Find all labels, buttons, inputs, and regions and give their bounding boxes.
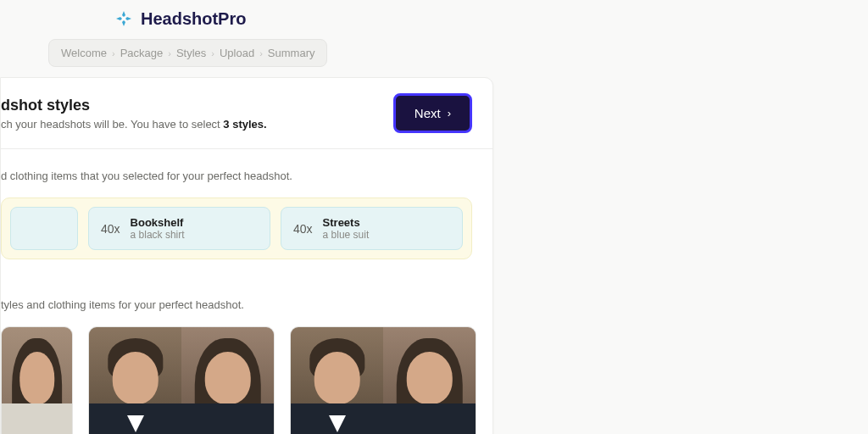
chevron-right-icon: › bbox=[259, 48, 263, 58]
style-name: Streets bbox=[323, 216, 370, 229]
breadcrumb-item[interactable]: Upload bbox=[220, 47, 254, 59]
page-header: HeadshotPro Welcome › Package › Styles ›… bbox=[0, 0, 868, 74]
next-button[interactable]: Next › bbox=[393, 93, 472, 133]
chevron-right-icon: › bbox=[168, 48, 171, 58]
logo[interactable]: HeadshotPro bbox=[48, 8, 820, 29]
style-option[interactable]: MOST POPULAR bbox=[88, 326, 275, 434]
selected-style-chip[interactable] bbox=[10, 207, 78, 250]
style-count: 40x bbox=[293, 222, 313, 236]
available-desc: tyles and clothing items for your perfec… bbox=[1, 298, 472, 311]
svg-point-0 bbox=[122, 17, 125, 20]
logo-text: HeadshotPro bbox=[141, 9, 246, 29]
chevron-right-icon: › bbox=[211, 48, 214, 58]
selected-style-chip[interactable]: 40x Bookshelf a black shirt bbox=[88, 207, 270, 250]
page-subtitle: ch your headshots will be. You have to s… bbox=[1, 118, 267, 131]
style-option[interactable]: MOST POPULAR bbox=[290, 326, 476, 434]
next-button-label: Next bbox=[415, 106, 441, 120]
portrait-image bbox=[2, 327, 72, 434]
portrait-image bbox=[291, 327, 476, 434]
style-count: 40x bbox=[101, 222, 120, 236]
style-clothing: a blue suit bbox=[323, 229, 370, 241]
style-name: Bookshelf bbox=[131, 216, 185, 229]
breadcrumb-item[interactable]: Welcome bbox=[61, 47, 107, 59]
subtitle-text: ch your headshots will be. You have to s… bbox=[1, 118, 223, 131]
style-meta: Bookshelf a black shirt bbox=[131, 216, 185, 241]
subtitle-bold: 3 styles. bbox=[223, 118, 266, 131]
selected-desc: d clothing items that you selected for y… bbox=[1, 170, 472, 182]
breadcrumb-item[interactable]: Styles bbox=[176, 47, 206, 59]
portrait-image bbox=[89, 327, 274, 434]
style-meta: Streets a blue suit bbox=[323, 216, 370, 241]
selected-section: d clothing items that you selected for y… bbox=[1, 149, 492, 259]
style-option[interactable] bbox=[1, 326, 73, 434]
title-block: dshot styles ch your headshots will be. … bbox=[1, 97, 267, 131]
style-clothing: a black shirt bbox=[131, 229, 185, 241]
style-gallery: MOST POPULAR MOST POPULAR bbox=[1, 326, 472, 434]
chevron-right-icon: › bbox=[448, 107, 451, 120]
breadcrumb-item[interactable]: Summary bbox=[268, 47, 315, 59]
card-header: dshot styles ch your headshots will be. … bbox=[1, 78, 492, 149]
selected-style-chip[interactable]: 40x Streets a blue suit bbox=[281, 207, 463, 250]
styles-card: dshot styles ch your headshots will be. … bbox=[0, 77, 493, 434]
available-section: tyles and clothing items for your perfec… bbox=[1, 259, 492, 434]
logo-icon bbox=[114, 8, 134, 29]
page-title: dshot styles bbox=[1, 97, 267, 114]
breadcrumb: Welcome › Package › Styles › Upload › Su… bbox=[48, 39, 327, 67]
chevron-right-icon: › bbox=[112, 48, 115, 58]
selected-styles-container: 40x Bookshelf a black shirt 40x Streets … bbox=[1, 198, 472, 259]
breadcrumb-item[interactable]: Package bbox=[120, 47, 164, 59]
